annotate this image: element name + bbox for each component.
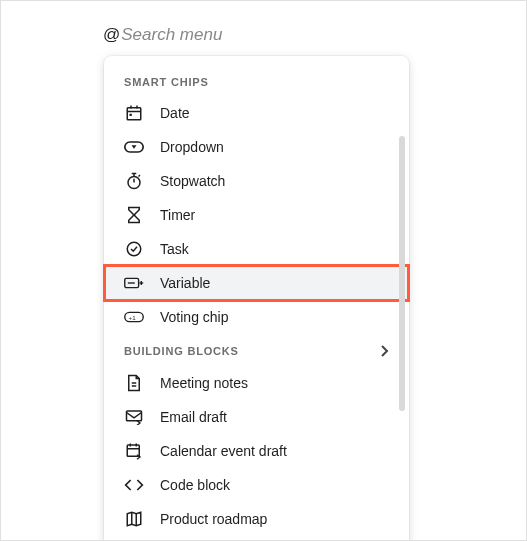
menu-item-date[interactable]: Date — [104, 96, 409, 130]
menu-item-timer[interactable]: Timer — [104, 198, 409, 232]
svg-rect-20 — [127, 411, 142, 421]
menu-item-label: Voting chip — [160, 309, 229, 325]
svg-point-11 — [127, 242, 141, 256]
timer-icon — [124, 205, 144, 225]
variable-icon — [124, 273, 144, 293]
search-menu: SMART CHIPS Date Dropdown — [104, 56, 409, 541]
product-roadmap-icon — [124, 509, 144, 529]
search-input[interactable] — [121, 25, 321, 45]
menu-item-voting-chip[interactable]: +1 Voting chip — [104, 300, 409, 334]
calendar-event-draft-icon — [124, 441, 144, 461]
task-icon — [124, 239, 144, 259]
menu-item-code-block[interactable]: Code block — [104, 468, 409, 502]
menu-item-email-draft[interactable]: Email draft — [104, 400, 409, 434]
svg-rect-0 — [127, 108, 141, 120]
menu-item-label: Task — [160, 241, 189, 257]
menu-item-product-roadmap[interactable]: Product roadmap — [104, 502, 409, 536]
menu-item-task[interactable]: Task — [104, 232, 409, 266]
menu-item-label: Date — [160, 105, 190, 121]
menu-item-label: Product roadmap — [160, 511, 267, 527]
meeting-notes-icon — [124, 373, 144, 393]
stopwatch-icon — [124, 171, 144, 191]
section-header-building-blocks[interactable]: BUILDING BLOCKS — [104, 334, 409, 366]
menu-item-variable[interactable]: Variable — [104, 266, 409, 300]
search-bar[interactable]: @ — [1, 1, 526, 45]
menu-item-label: Email draft — [160, 409, 227, 425]
section-label: SMART CHIPS — [124, 76, 209, 88]
code-block-icon — [124, 475, 144, 495]
menu-item-label: Stopwatch — [160, 173, 225, 189]
menu-item-dropdown[interactable]: Dropdown — [104, 130, 409, 164]
email-draft-icon — [124, 407, 144, 427]
menu-item-stopwatch[interactable]: Stopwatch — [104, 164, 409, 198]
menu-item-label: Dropdown — [160, 139, 224, 155]
menu-item-label: Calendar event draft — [160, 443, 287, 459]
svg-text:+1: +1 — [129, 314, 137, 321]
svg-rect-4 — [130, 114, 132, 116]
voting-chip-icon: +1 — [124, 307, 144, 327]
menu-item-label: Code block — [160, 477, 230, 493]
menu-item-meeting-notes[interactable]: Meeting notes — [104, 366, 409, 400]
section-label: BUILDING BLOCKS — [124, 345, 239, 357]
menu-item-label: Timer — [160, 207, 195, 223]
dropdown-icon — [124, 137, 144, 157]
chevron-right-icon — [379, 344, 389, 358]
scrollbar[interactable] — [399, 136, 405, 411]
svg-line-10 — [139, 175, 141, 177]
date-icon — [124, 103, 144, 123]
menu-item-label: Meeting notes — [160, 375, 248, 391]
section-header-smart-chips: SMART CHIPS — [104, 66, 409, 96]
at-symbol: @ — [103, 25, 120, 45]
menu-item-label: Variable — [160, 275, 210, 291]
menu-item-calendar-event-draft[interactable]: Calendar event draft — [104, 434, 409, 468]
